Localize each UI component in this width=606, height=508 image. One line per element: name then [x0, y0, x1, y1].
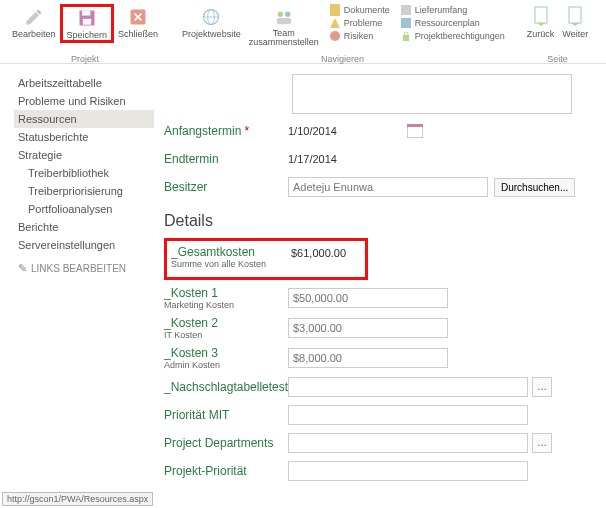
sidebar-item-serversettings[interactable]: Servereinstellungen	[14, 236, 154, 254]
nav-problems[interactable]: Probleme	[327, 17, 392, 29]
nav-projectperms[interactable]: Projektberechtigungen	[398, 30, 507, 42]
save-label: Speichern	[67, 30, 108, 40]
kosten2-label: _Kosten 2IT Kosten	[164, 316, 288, 340]
sidebar-item-reports[interactable]: Berichte	[14, 218, 154, 236]
description-textarea[interactable]	[292, 74, 572, 114]
risk-icon	[329, 30, 341, 42]
save-button[interactable]: Speichern	[60, 4, 115, 43]
svg-rect-13	[401, 5, 411, 15]
projectsite-label: Projektwebsite	[182, 29, 241, 39]
svg-marker-11	[330, 18, 340, 28]
nav-deliverables[interactable]: Lieferumfang	[398, 4, 507, 16]
project-depts-input[interactable]	[288, 433, 528, 453]
sidebar-item-timesheet[interactable]: Arbeitszeittabelle	[14, 74, 154, 92]
kosten3-label: _Kosten 3Admin Kosten	[164, 346, 288, 370]
edit-label: Bearbeiten	[12, 29, 56, 39]
kosten3-input[interactable]	[288, 348, 448, 368]
kosten2-input[interactable]	[288, 318, 448, 338]
document-icon	[329, 4, 341, 16]
back-button[interactable]: Zurück	[523, 4, 559, 41]
total-cost-label: _Gesamtkosten Summe von alle Kosten	[171, 245, 291, 269]
pencil-icon	[23, 6, 45, 28]
svg-rect-10	[330, 4, 340, 16]
team-icon	[273, 6, 295, 28]
total-cost-value: $61,000.00	[291, 245, 361, 259]
ribbon-group-label-nav: Navigieren	[321, 54, 364, 64]
start-date-value: 1/10/2014	[288, 125, 337, 137]
svg-rect-1	[82, 11, 90, 16]
sidebar-item-issues[interactable]: Probleme und Risiken	[14, 92, 154, 110]
close-button[interactable]: Schließen	[114, 4, 162, 43]
lookup-input[interactable]	[288, 377, 528, 397]
kosten1-input[interactable]	[288, 288, 448, 308]
svg-rect-9	[276, 18, 291, 24]
ribbon-group-label-project: Projekt	[71, 54, 99, 64]
sidebar-item-portfolio[interactable]: Portfolioanalysen	[14, 200, 154, 218]
priority-mit-label: Priorität MIT	[164, 408, 288, 422]
edit-links[interactable]: ✎LINKS BEARBEITEN	[14, 254, 154, 275]
ribbon-group-navigate: Projektwebsite Team zusammenstellen Doku…	[172, 4, 513, 64]
next-button[interactable]: Weiter	[558, 4, 592, 41]
lookup-label: _Nachschlagtabelletest	[164, 380, 288, 394]
edit-button[interactable]: Bearbeiten	[8, 4, 60, 43]
sidebar-item-driverlib[interactable]: Treiberbibliothek	[14, 164, 154, 182]
page-next-icon	[564, 6, 586, 28]
pencil-small-icon: ✎	[18, 262, 27, 274]
ribbon-group-label-page: Seite	[547, 54, 568, 64]
svg-point-8	[285, 12, 291, 18]
start-date-label: Anfangstermin*	[164, 124, 288, 138]
status-bar-url: http://gscon1/PWA/Resources.aspx	[2, 492, 153, 498]
svg-point-7	[277, 12, 283, 18]
svg-point-12	[330, 31, 340, 41]
end-date-value: 1/17/2014	[288, 153, 337, 165]
save-icon	[76, 7, 98, 29]
close-label: Schließen	[118, 29, 158, 39]
svg-rect-15	[403, 35, 409, 41]
svg-rect-17	[569, 7, 581, 23]
end-date-label: Endtermin	[164, 152, 288, 166]
owner-input[interactable]	[288, 177, 488, 197]
project-priority-input[interactable]	[288, 461, 528, 481]
ribbon-group-page: Zurück Weiter Seite	[517, 4, 599, 64]
plan-icon	[400, 17, 412, 29]
calendar-icon[interactable]	[407, 124, 423, 138]
project-depts-label: Project Departments	[164, 436, 288, 450]
kosten1-label: _Kosten 1Marketing Kosten	[164, 286, 288, 310]
next-label: Weiter	[562, 29, 588, 39]
box-icon	[400, 4, 412, 16]
nav-resourceplan[interactable]: Ressourcenplan	[398, 17, 507, 29]
project-depts-picker-button[interactable]: …	[532, 433, 552, 453]
svg-rect-2	[83, 19, 91, 25]
sidebar-item-strategy[interactable]: Strategie	[14, 146, 154, 164]
back-label: Zurück	[527, 29, 555, 39]
svg-rect-19	[407, 124, 423, 127]
lookup-picker-button[interactable]: …	[532, 377, 552, 397]
priority-mit-input[interactable]	[288, 405, 528, 425]
total-cost-highlight: _Gesamtkosten Summe von alle Kosten $61,…	[164, 238, 368, 280]
team-button[interactable]: Team zusammenstellen	[245, 4, 323, 50]
nav-documents[interactable]: Dokumente	[327, 4, 392, 16]
sidebar-item-statusreports[interactable]: Statusberichte	[14, 128, 154, 146]
project-priority-label: Projekt-Priorität	[164, 464, 288, 478]
sidebar-item-resources[interactable]: Ressourcen	[14, 110, 154, 128]
sidebar-item-driverprio[interactable]: Treiberpriorisierung	[14, 182, 154, 200]
left-nav: Arbeitszeittabelle Probleme und Risiken …	[0, 64, 160, 498]
close-icon	[127, 6, 149, 28]
nav-risks[interactable]: Risiken	[327, 30, 392, 42]
ribbon-toolbar: Bearbeiten Speichern Schließen Projekt	[0, 0, 606, 64]
svg-rect-14	[401, 18, 411, 28]
team-label: Team zusammenstellen	[249, 29, 319, 48]
warning-icon	[329, 17, 341, 29]
svg-rect-16	[535, 7, 547, 23]
globe-icon	[200, 6, 222, 28]
browse-button[interactable]: Durchsuchen...	[494, 178, 575, 197]
page-back-icon	[530, 6, 552, 28]
form-area: Anfangstermin* 1/10/2014 Endtermin 1/17/…	[160, 64, 606, 498]
projectsite-button[interactable]: Projektwebsite	[178, 4, 245, 50]
lock-icon	[400, 30, 412, 42]
ribbon-group-project: Bearbeiten Speichern Schließen Projekt	[2, 4, 168, 64]
details-heading: Details	[164, 212, 596, 230]
owner-label: Besitzer	[164, 180, 288, 194]
